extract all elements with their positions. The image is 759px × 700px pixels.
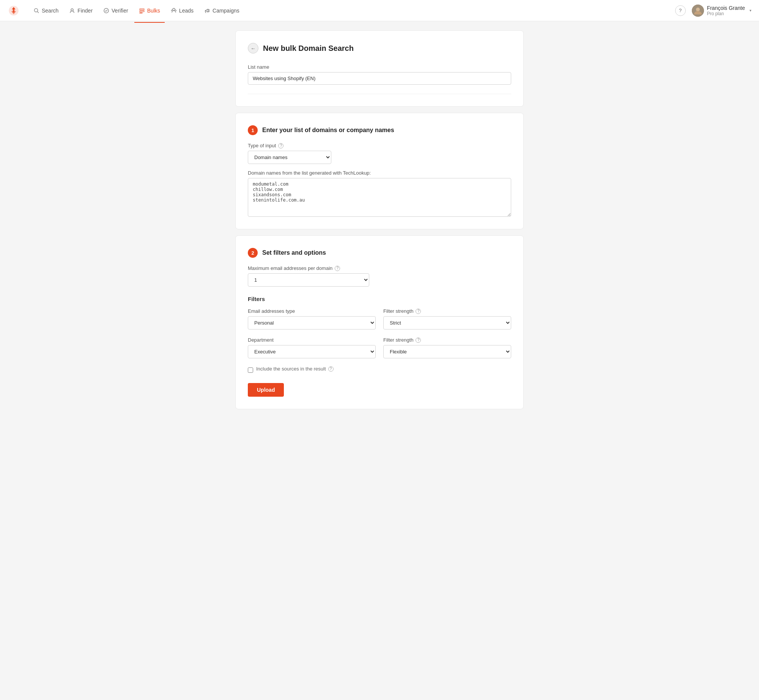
main-card: ← New bulk Domain Search List name Websi…: [235, 30, 524, 107]
user-name: François Grante: [707, 5, 745, 11]
chevron-down-icon: ▾: [750, 8, 751, 13]
step2-card: 2 Set filters and options Maximum email …: [235, 235, 524, 409]
svg-point-2: [71, 9, 73, 11]
filter-strength-1-help-icon[interactable]: ?: [416, 309, 421, 314]
max-email-select[interactable]: 1 2 3 5 10 All: [248, 273, 369, 287]
svg-point-9: [696, 8, 700, 11]
nav-item-bulks[interactable]: Bulks: [134, 5, 165, 16]
filter-strength-2-group: Filter strength ? Strict Flexible: [383, 337, 511, 358]
nav-label-bulks: Bulks: [147, 8, 160, 14]
page-header: ← New bulk Domain Search: [248, 43, 511, 54]
step2-badge: 2: [248, 248, 258, 258]
nav-item-finder[interactable]: Finder: [65, 5, 97, 16]
help-icon-label: ?: [679, 8, 682, 13]
svg-rect-5: [140, 11, 144, 12]
nav-label-campaigns: Campaigns: [213, 8, 239, 14]
back-button[interactable]: ←: [248, 43, 258, 54]
svg-point-7: [173, 8, 175, 11]
nav-item-campaigns[interactable]: Campaigns: [200, 5, 244, 16]
list-name-section: List name Websites using Shopify (EN): [248, 64, 511, 85]
user-info[interactable]: François Grante Pro plan ▾: [692, 5, 751, 17]
filters-title: Filters: [248, 296, 511, 302]
filter-strength-1-label-row: Filter strength ?: [383, 308, 511, 314]
verifier-icon: [103, 8, 109, 14]
step2-header: 2 Set filters and options: [248, 248, 511, 258]
filters-row-2: Department Executive Marketing Sales IT …: [248, 337, 511, 358]
filter-strength-2-label: Filter strength: [383, 337, 413, 343]
type-of-input-select[interactable]: Domain names Company names: [248, 151, 331, 164]
list-name-input[interactable]: Websites using Shopify (EN): [248, 72, 511, 85]
nav-item-verifier[interactable]: Verifier: [99, 5, 133, 16]
avatar: [692, 5, 704, 17]
campaigns-icon: [204, 8, 210, 14]
email-type-select[interactable]: Personal Generic All: [248, 316, 376, 330]
include-sources-checkbox[interactable]: [248, 367, 253, 373]
include-sources-label[interactable]: Include the sources in the result ?: [256, 366, 334, 372]
bulks-icon: [139, 8, 145, 14]
help-button[interactable]: ?: [675, 5, 686, 16]
department-group: Department Executive Marketing Sales IT …: [248, 337, 376, 358]
filter-strength-1-label: Filter strength: [383, 308, 413, 314]
nav-items: Search Finder Verifier: [29, 5, 675, 16]
nav-item-leads[interactable]: Leads: [166, 5, 198, 16]
upload-button[interactable]: Upload: [248, 383, 284, 397]
department-label: Department: [248, 337, 376, 343]
filter-strength-1-select[interactable]: Strict Flexible: [383, 316, 511, 330]
step1-badge: 1: [248, 125, 258, 135]
department-select[interactable]: Executive Marketing Sales IT HR Finance …: [248, 345, 376, 358]
filters-row-1: Email addresses type Personal Generic Al…: [248, 308, 511, 330]
filter-strength-2-help-icon[interactable]: ?: [416, 337, 421, 343]
nav-label-leads: Leads: [179, 8, 194, 14]
type-of-input-group: Type of input ? Domain names Company nam…: [248, 143, 511, 164]
domain-names-label: Domain names from the list generated wit…: [248, 170, 511, 176]
step1-header: 1 Enter your list of domains or company …: [248, 125, 511, 135]
user-details: François Grante Pro plan: [707, 5, 745, 16]
max-email-label-row: Maximum email addresses per domain ?: [248, 265, 511, 271]
leads-icon: [171, 8, 177, 14]
divider-1: [248, 94, 511, 94]
page-content: ← New bulk Domain Search List name Websi…: [152, 0, 607, 430]
svg-rect-6: [140, 13, 142, 13]
domain-names-textarea[interactable]: modumetal.com chillow.com sixandsons.com…: [248, 178, 511, 217]
nav-item-search[interactable]: Search: [29, 5, 63, 16]
nav-right: ? François Grante Pro plan ▾: [675, 5, 751, 17]
finder-icon: [69, 8, 75, 14]
max-email-group: Maximum email addresses per domain ? 1 2…: [248, 265, 511, 287]
filter-strength-2-select[interactable]: Strict Flexible: [383, 345, 511, 358]
type-of-input-label-row: Type of input ?: [248, 143, 511, 148]
search-icon: [33, 8, 39, 14]
email-type-group: Email addresses type Personal Generic Al…: [248, 308, 376, 330]
type-of-input-help-icon[interactable]: ?: [278, 143, 283, 148]
nav-label-verifier: Verifier: [112, 8, 128, 14]
page-title: New bulk Domain Search: [263, 44, 354, 53]
domain-names-group: Domain names from the list generated wit…: [248, 170, 511, 217]
include-sources-row: Include the sources in the result ?: [248, 366, 511, 374]
list-name-label: List name: [248, 64, 511, 70]
svg-line-1: [38, 11, 39, 13]
logo[interactable]: [8, 5, 20, 17]
step1-card: 1 Enter your list of domains or company …: [235, 113, 524, 229]
step1-title: Enter your list of domains or company na…: [262, 127, 394, 134]
nav-label-search: Search: [42, 8, 58, 14]
max-email-help-icon[interactable]: ?: [335, 266, 340, 271]
svg-rect-4: [140, 9, 144, 10]
navbar: Search Finder Verifier: [0, 0, 759, 21]
filter-strength-1-group: Filter strength ? Strict Flexible: [383, 308, 511, 330]
step2-title: Set filters and options: [262, 249, 326, 256]
include-sources-help-icon[interactable]: ?: [328, 366, 334, 372]
filter-strength-2-label-row: Filter strength ?: [383, 337, 511, 343]
back-icon: ←: [250, 46, 255, 51]
user-plan: Pro plan: [707, 11, 745, 16]
nav-label-finder: Finder: [77, 8, 93, 14]
svg-point-0: [35, 8, 38, 12]
email-type-label: Email addresses type: [248, 308, 376, 314]
type-of-input-label: Type of input: [248, 143, 276, 148]
max-email-label: Maximum email addresses per domain: [248, 265, 332, 271]
